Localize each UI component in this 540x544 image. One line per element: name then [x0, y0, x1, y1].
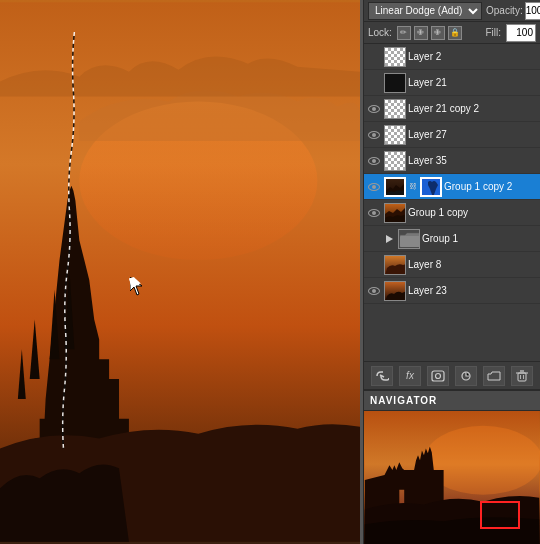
layer-name: Layer 21 — [408, 77, 538, 88]
layer-thumbnail — [384, 99, 406, 119]
layer-thumbnail — [384, 125, 406, 145]
group-icon — [487, 370, 501, 382]
layer-row[interactable]: Group 1 — [364, 226, 540, 252]
opacity-label: Opacity: — [486, 5, 523, 16]
eye-icon — [368, 157, 380, 165]
svg-marker-2 — [130, 277, 142, 295]
blend-mode-toolbar: Linear Dodge (Add) Opacity: 100 — [364, 0, 540, 22]
adjustment-button[interactable] — [455, 366, 477, 386]
lock-all-btn[interactable]: 🔒 — [448, 26, 462, 40]
eye-icon — [368, 183, 380, 191]
eye-icon — [368, 209, 380, 217]
layer-thumbnail — [384, 47, 406, 67]
layer-row[interactable]: Layer 27 — [364, 122, 540, 148]
layers-panel: Linear Dodge (Add) Opacity: 100 Lock: ✏ … — [363, 0, 540, 544]
lock-label: Lock: — [368, 27, 392, 38]
layer-name: Group 1 — [422, 233, 538, 244]
fill-label: Fill: — [485, 27, 501, 38]
eye-toggle[interactable] — [366, 127, 382, 143]
trash-icon — [515, 370, 529, 382]
eye-toggle[interactable] — [366, 153, 382, 169]
layer-row[interactable]: Layer 2 — [364, 44, 540, 70]
layer-name: Layer 35 — [408, 155, 538, 166]
layer-name: Layer 8 — [408, 259, 538, 270]
lock-row: Lock: ✏ ✙ ✙ 🔒 Fill: 100 — [364, 22, 540, 44]
navigator-preview — [364, 411, 540, 544]
link-icon — [375, 370, 389, 382]
layer-name: Group 1 copy — [408, 207, 538, 218]
eye-toggle[interactable] — [366, 179, 382, 195]
eye-icon — [368, 287, 380, 295]
eye-toggle[interactable] — [366, 205, 382, 221]
link-button[interactable] — [371, 366, 393, 386]
expand-triangle-icon — [386, 235, 393, 243]
layer-name: Layer 23 — [408, 285, 538, 296]
eye-slot — [366, 75, 382, 91]
navigator-header: NAVIGATOR — [364, 391, 540, 411]
fx-button[interactable]: fx — [399, 366, 421, 386]
group-button[interactable] — [483, 366, 505, 386]
eye-icon — [368, 131, 380, 139]
layer-row[interactable]: Layer 21 — [364, 70, 540, 96]
lock-position-btn[interactable]: ✙ — [431, 26, 445, 40]
lock-transparent-btn[interactable]: ✏ — [397, 26, 411, 40]
layer-thumbnail — [384, 281, 406, 301]
layer-row[interactable]: Layer 35 — [364, 148, 540, 174]
mask-button[interactable] — [427, 366, 449, 386]
navigator-viewport-box — [480, 501, 520, 529]
canvas-scene — [0, 0, 360, 544]
layer-row[interactable]: Layer 8 — [364, 252, 540, 278]
canvas-image — [0, 0, 360, 544]
layer-name: Group 1 copy 2 — [444, 181, 538, 192]
layer-thumbnail — [384, 203, 406, 223]
svg-rect-4 — [400, 236, 420, 247]
layers-toolbar: fx — [364, 361, 540, 389]
eye-slot — [366, 231, 382, 247]
layer-indent — [384, 235, 396, 243]
svg-rect-5 — [432, 371, 444, 381]
layer-thumbnail — [384, 177, 406, 197]
eye-toggle[interactable] — [366, 283, 382, 299]
delete-button[interactable] — [511, 366, 533, 386]
eye-icon — [368, 105, 380, 113]
eye-slot — [366, 49, 382, 65]
fx-icon: fx — [406, 370, 414, 381]
layer-thumbnail — [384, 73, 406, 93]
fill-input[interactable]: 100 — [506, 24, 536, 42]
layer-name: Layer 2 — [408, 51, 538, 62]
opacity-input[interactable]: 100 — [525, 2, 540, 20]
layer-row[interactable]: Group 1 copy — [364, 200, 540, 226]
layer-row[interactable]: Layer 23 — [364, 278, 540, 304]
layer-name: Layer 27 — [408, 129, 538, 140]
eye-toggle[interactable] — [366, 101, 382, 117]
lock-image-btn[interactable]: ✙ — [414, 26, 428, 40]
layer-row-active[interactable]: ⛓ Group 1 copy 2 — [364, 174, 540, 200]
layer-mask-thumbnail — [420, 177, 442, 197]
eye-slot — [366, 257, 382, 273]
layer-thumbnail — [384, 255, 406, 275]
layers-list: Layer 2 Layer 21 Layer 21 copy 2 Layer 2… — [364, 44, 540, 361]
navigator-section: NAVIGATOR — [364, 389, 540, 544]
navigator-title: NAVIGATOR — [370, 395, 437, 406]
svg-rect-8 — [518, 373, 526, 381]
mask-icon — [431, 370, 445, 382]
chain-icon: ⛓ — [409, 182, 417, 191]
layer-name: Layer 21 copy 2 — [408, 103, 538, 114]
layer-thumbnail — [398, 229, 420, 249]
blend-mode-select[interactable]: Linear Dodge (Add) — [368, 2, 482, 20]
svg-point-6 — [436, 373, 441, 378]
layer-row[interactable]: Layer 21 copy 2 — [364, 96, 540, 122]
canvas-area — [0, 0, 360, 544]
adjustment-icon — [459, 370, 473, 382]
layer-thumbnail — [384, 151, 406, 171]
